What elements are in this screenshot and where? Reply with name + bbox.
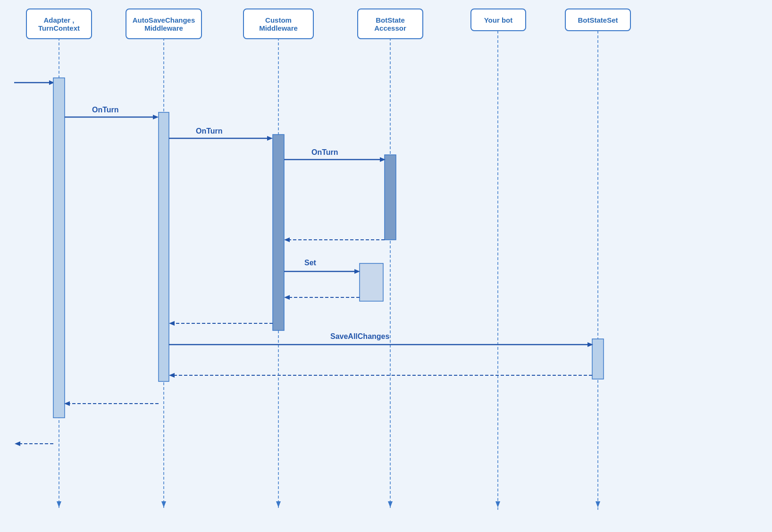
svg-text:OnTurn: OnTurn [92,106,119,114]
svg-rect-16 [159,112,169,381]
actor-autosave: AutoSaveChanges Middleware [126,8,202,39]
actor-custom: Custom Middleware [243,8,314,39]
svg-rect-15 [53,78,65,418]
svg-rect-0 [0,0,772,532]
actor-adapter: Adapter , TurnContext [26,8,92,39]
svg-rect-20 [592,339,604,379]
actor-botstate: BotState Accessor [357,8,423,39]
actor-yourbot: Your bot [470,8,526,31]
svg-text:OnTurn: OnTurn [311,148,338,156]
svg-rect-18 [385,155,396,240]
actor-botstateset: BotStateSet [565,8,631,31]
svg-rect-19 [360,263,383,301]
svg-text:SaveAllChanges: SaveAllChanges [330,332,389,340]
sequence-diagram: OnTurn OnTurn OnTurn Set SaveAllChanges [0,0,772,532]
svg-rect-17 [273,135,284,330]
svg-text:Set: Set [304,259,317,267]
svg-text:OnTurn: OnTurn [196,127,223,135]
